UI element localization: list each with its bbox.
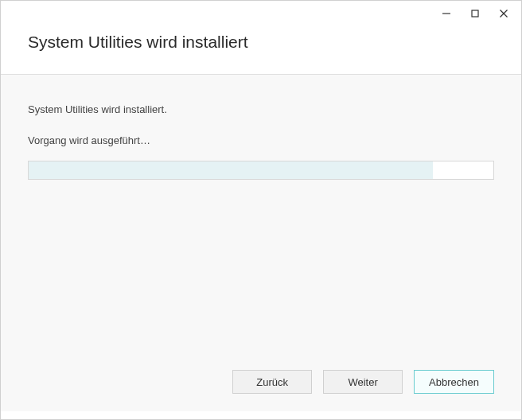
maximize-icon bbox=[470, 9, 480, 18]
content-area: System Utilities wird installiert. Vorga… bbox=[1, 74, 521, 411]
cancel-button[interactable]: Abbrechen bbox=[414, 370, 494, 394]
back-button[interactable]: Zurück bbox=[232, 370, 312, 394]
progress-label: Vorgang wird ausgeführt… bbox=[28, 134, 494, 146]
maximize-button[interactable] bbox=[464, 2, 486, 25]
svg-rect-1 bbox=[472, 10, 478, 17]
page-title: System Utilities wird installiert bbox=[28, 33, 494, 52]
progress-bar-fill bbox=[29, 161, 433, 179]
next-button[interactable]: Weiter bbox=[323, 370, 403, 394]
close-button[interactable] bbox=[493, 2, 515, 25]
progress-bar bbox=[28, 161, 494, 180]
wizard-header: System Utilities wird installiert bbox=[1, 26, 521, 74]
close-icon bbox=[499, 9, 508, 18]
titlebar bbox=[1, 1, 521, 26]
minimize-icon bbox=[442, 9, 451, 18]
button-row: Zurück Weiter Abbrechen bbox=[232, 370, 494, 394]
status-text: System Utilities wird installiert. bbox=[28, 103, 494, 115]
minimize-button[interactable] bbox=[435, 2, 458, 25]
